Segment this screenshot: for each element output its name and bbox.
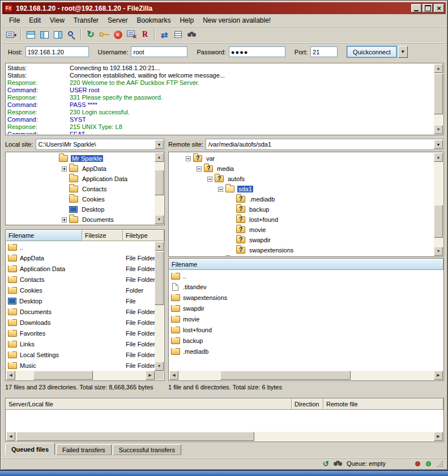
scroll-down-button[interactable] bbox=[155, 215, 164, 224]
menu-item-file[interactable]: File bbox=[5, 15, 24, 25]
remote-list-horizontal-scrollbar[interactable] bbox=[169, 371, 443, 380]
local-tree-item[interactable]: AppData bbox=[7, 164, 154, 174]
remote-file-row[interactable]: lost+found bbox=[169, 324, 443, 335]
remote-tree-scrollbar[interactable] bbox=[434, 153, 443, 256]
scroll-thumb[interactable] bbox=[220, 371, 351, 380]
remote-tree-item[interactable]: dvd bbox=[170, 255, 433, 256]
port-input[interactable] bbox=[310, 46, 338, 57]
remote-file-row[interactable]: .mediadb bbox=[169, 346, 443, 357]
remote-file-row[interactable]: backup bbox=[169, 335, 443, 346]
scroll-thumb[interactable] bbox=[155, 170, 164, 195]
cancel-button[interactable] bbox=[111, 28, 125, 41]
scroll-left-button[interactable] bbox=[6, 371, 15, 380]
menu-item-view[interactable]: View bbox=[45, 15, 69, 25]
remote-tree-item[interactable]: lost+found bbox=[170, 215, 433, 225]
remote-file-row[interactable]: swapdir bbox=[169, 303, 443, 314]
local-tree-item[interactable]: Desktop bbox=[7, 204, 154, 215]
remote-file-row[interactable]: swapextensions bbox=[169, 292, 443, 303]
column-filename[interactable]: Filename bbox=[169, 259, 443, 270]
collapse-icon[interactable] bbox=[207, 177, 212, 182]
local-file-row[interactable]: Local SettingsFile Folder bbox=[6, 349, 155, 360]
scroll-up-button[interactable] bbox=[434, 64, 443, 73]
local-list-horizontal-scrollbar[interactable] bbox=[6, 371, 155, 380]
remote-file-row[interactable]: .titandev bbox=[169, 281, 443, 292]
combo-dropdown-button[interactable] bbox=[155, 140, 164, 149]
resize-grip[interactable] bbox=[436, 460, 443, 468]
scroll-down-button[interactable] bbox=[434, 125, 443, 134]
minimize-button[interactable] bbox=[411, 4, 421, 12]
tab-queued-files[interactable]: Queued files bbox=[5, 443, 55, 455]
scroll-right-button[interactable] bbox=[434, 371, 443, 380]
collapse-icon[interactable] bbox=[186, 156, 191, 161]
scroll-right-button[interactable] bbox=[146, 371, 155, 380]
local-tree-item[interactable]: Application Data bbox=[7, 174, 154, 184]
menu-item-new-version[interactable]: New version available! bbox=[198, 15, 275, 25]
remote-tree-item[interactable]: movie bbox=[170, 225, 433, 235]
remote-tree-item[interactable]: var bbox=[170, 153, 433, 164]
toggle-message-log-button[interactable] bbox=[24, 28, 37, 41]
local-tree-item[interactable]: Mr Sparkle bbox=[7, 153, 154, 164]
remote-file-row[interactable]: .. bbox=[169, 271, 443, 281]
remote-tree-item[interactable]: .mediadb bbox=[170, 194, 433, 204]
local-tree-scrollbar[interactable] bbox=[155, 153, 164, 224]
queue-list-area[interactable] bbox=[6, 410, 443, 432]
maximize-button[interactable] bbox=[423, 4, 433, 12]
remote-tree-item[interactable]: swapextensions bbox=[170, 245, 433, 255]
scroll-down-button[interactable] bbox=[434, 247, 443, 256]
quickconnect-dropdown-button[interactable]: ▼ bbox=[398, 46, 408, 58]
remote-site-combo[interactable]: /var/media/autofs/sda1 bbox=[206, 139, 444, 150]
host-input[interactable] bbox=[25, 46, 89, 57]
collapse-icon[interactable] bbox=[218, 187, 223, 192]
combo-dropdown-button[interactable] bbox=[434, 140, 443, 149]
queue-horizontal-scrollbar[interactable] bbox=[6, 432, 443, 441]
expand-icon[interactable] bbox=[62, 217, 67, 222]
scroll-left-button[interactable] bbox=[6, 432, 15, 441]
compare-directories-button[interactable] bbox=[157, 28, 171, 41]
column-direction[interactable]: Direction bbox=[292, 398, 323, 410]
local-tree-item[interactable]: Cookies bbox=[7, 194, 154, 204]
menu-item-help[interactable]: Help bbox=[175, 15, 198, 25]
username-input[interactable] bbox=[131, 46, 187, 57]
local-file-row[interactable]: DocumentsFile Folder bbox=[6, 306, 155, 317]
scroll-thumb[interactable] bbox=[155, 251, 164, 305]
remote-file-row[interactable]: movie bbox=[169, 314, 443, 324]
local-file-row[interactable]: FavoritesFile Folder bbox=[6, 328, 155, 338]
local-file-row[interactable]: MusicFile Folder bbox=[6, 360, 155, 371]
scroll-up-button[interactable] bbox=[155, 242, 164, 251]
column-server-local-file[interactable]: Server/Local file bbox=[6, 398, 292, 410]
local-file-row[interactable]: .. bbox=[6, 242, 155, 252]
close-button[interactable] bbox=[434, 4, 444, 12]
expand-icon[interactable] bbox=[62, 166, 67, 171]
remote-tree-item[interactable]: backup bbox=[170, 204, 433, 215]
scroll-thumb[interactable] bbox=[33, 371, 93, 380]
local-file-row[interactable]: LinksFile Folder bbox=[6, 338, 155, 349]
scroll-up-button[interactable] bbox=[155, 153, 164, 162]
local-file-row[interactable]: AppDataFile Folder bbox=[6, 252, 155, 263]
column-filesize[interactable]: Filesize bbox=[82, 230, 123, 241]
scroll-thumb[interactable] bbox=[434, 205, 443, 238]
collapse-icon[interactable] bbox=[197, 166, 202, 171]
local-file-row[interactable]: DownloadsFile Folder bbox=[6, 317, 155, 328]
toggle-remote-tree-button[interactable] bbox=[51, 28, 65, 41]
local-file-row[interactable]: Application DataFile Folder bbox=[6, 263, 155, 274]
toggle-local-tree-button[interactable] bbox=[37, 28, 51, 41]
menu-item-bookmarks[interactable]: Bookmarks bbox=[132, 15, 175, 25]
quickconnect-button[interactable]: Quickconnect bbox=[347, 46, 397, 58]
remote-tree-item[interactable]: media bbox=[170, 164, 433, 174]
local-tree-item[interactable]: Contacts bbox=[7, 184, 154, 194]
column-remote-file[interactable]: Remote file bbox=[323, 398, 443, 410]
reconnect-button[interactable] bbox=[138, 28, 152, 41]
scroll-down-button[interactable] bbox=[155, 362, 164, 371]
tab-successful-transfers[interactable]: Successful transfers bbox=[113, 444, 181, 455]
local-file-row[interactable]: CookiesFolder bbox=[6, 285, 155, 295]
site-manager-button[interactable] bbox=[5, 28, 18, 41]
remote-tree-item[interactable]: autofs bbox=[170, 174, 433, 184]
menu-item-edit[interactable]: Edit bbox=[24, 15, 45, 25]
find-files-button[interactable] bbox=[185, 28, 198, 41]
remote-tree-item[interactable]: sda1 bbox=[170, 184, 433, 194]
column-filetype[interactable]: Filetype bbox=[123, 230, 164, 241]
synchronized-browsing-button[interactable] bbox=[171, 28, 185, 41]
scroll-right-button[interactable] bbox=[434, 432, 443, 441]
local-list-vertical-scrollbar[interactable] bbox=[155, 242, 164, 371]
tab-failed-transfers[interactable]: Failed transfers bbox=[56, 444, 112, 455]
